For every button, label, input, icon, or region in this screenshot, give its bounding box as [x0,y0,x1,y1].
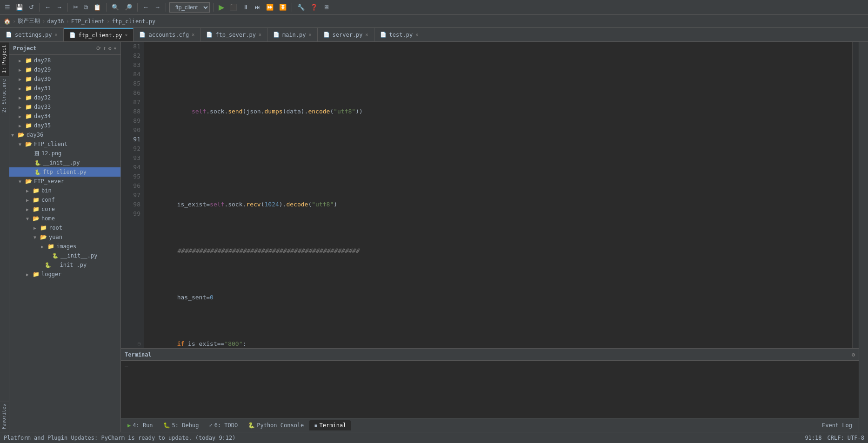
tab-accounts[interactable]: 📄 accounts.cfg × [134,28,200,41]
tree-item-ftp-client-py[interactable]: 🐍 ftp_client.py [9,167,120,177]
tree-item-images[interactable]: ▶ 📁 images [9,242,120,251]
tree-item-day29[interactable]: ▶ 📁 day29 [9,65,120,74]
breadcrumb-root[interactable]: 🏠 [4,18,11,25]
tree-item-day34[interactable]: ▶ 📁 day34 [9,112,120,121]
tree-item-conf[interactable]: ▶ 📁 conf [9,195,120,205]
run-button[interactable]: ▶ [217,2,226,13]
debug-run-button[interactable]: ⬛ [228,3,239,12]
tree-item-logger[interactable]: ▶ 📁 logger [9,270,120,279]
tab-ftp-client-close[interactable]: × [125,33,127,38]
test-tab-icon: 📄 [380,32,387,38]
help-button[interactable]: ❓ [308,3,320,12]
tree-item-ftp-sever-folder[interactable]: ▼ 📂 FTP_sever [9,177,120,186]
run-config-dropdown[interactable]: ftp_client [169,2,210,13]
tree-arrow-logger: ▶ [26,272,33,277]
tree-item-ftp-client-folder[interactable]: ▼ 📂 FTP_client [9,139,120,149]
tab-ftp-sever[interactable]: 📄 ftp_sever.py × [200,28,267,41]
tab-ftp-client-label: ftp_client.py [79,32,122,39]
tab-ftp-sever-close[interactable]: × [259,32,261,37]
coverage-button[interactable]: ⏸ [241,3,251,12]
folder-icon-day29: 📁 [25,66,32,73]
bottom-tab-run[interactable]: ▶ 4: Run [123,420,158,430]
tab-server-close[interactable]: × [366,32,368,37]
tree-item-day31[interactable]: ▶ 📁 day31 [9,84,120,93]
separator-6 [213,3,214,12]
sidebar-actions: ⟳ ⬆ ⚙ ▾ [96,45,117,52]
code-area[interactable]: 81 82 83 84 85 86 87 88 89 90 91 92 93 9… [121,42,859,348]
fold-86[interactable]: ⊟ [138,339,140,348]
terminal-settings-btn[interactable]: ⚙ [852,351,855,358]
tree-item-day32[interactable]: ▶ 📁 day32 [9,93,120,102]
editor-scrollbar[interactable] [852,42,859,348]
tree-item-init2[interactable]: 🐍 __init__.py [9,251,120,260]
paste-button[interactable]: 📋 [92,3,103,12]
tree-item-day33[interactable]: ▶ 📁 day33 [9,102,120,112]
tree-label-bin: bin [41,187,52,194]
tab-settings[interactable]: 📄 settings.py × [0,28,64,41]
copy-button[interactable]: ⧉ [82,3,90,12]
refresh-button[interactable]: ↺ [27,3,36,12]
sidebar-sync-btn[interactable]: ⟳ [96,45,101,52]
project-panel-tab[interactable]: 1: Project [0,42,9,76]
tab-server[interactable]: 📄 server.py × [318,28,374,41]
code-content[interactable]: self.sock.send(json.dumps(data).encode("… [144,42,852,348]
forward-button[interactable]: → [54,3,64,12]
status-encoding[interactable]: CRLF: UTF-8 [828,435,864,441]
bottom-tab-todo[interactable]: ✓ 6: TODO [204,420,242,430]
replace-button[interactable]: 🔎 [123,3,134,12]
tree-item-day30[interactable]: ▶ 📁 day30 [9,74,120,84]
tab-main-close[interactable]: × [309,32,312,37]
bottom-tab-python-console[interactable]: 🐍 Python Console [243,420,308,430]
bottom-tab-event-log[interactable]: Event Log [817,420,857,430]
breadcrumb-level2[interactable]: day36 [47,18,64,25]
tree-item-bin[interactable]: ▶ 📁 bin [9,186,120,195]
sidebar-settings-btn[interactable]: ⚙ [108,45,112,52]
back-button[interactable]: ← [43,3,53,12]
breadcrumb-level3[interactable]: FTP_client [71,18,105,25]
breadcrumb-level1[interactable]: 脱产三期 [18,17,40,25]
tree-item-root[interactable]: ▶ 📁 root [9,223,120,232]
tree-arrow-images: ▶ [41,244,47,249]
cut-button[interactable]: ✂ [71,3,80,12]
find-button[interactable]: 🔍 [110,3,121,12]
profile-button[interactable]: ⏭ [253,3,262,12]
bottom-tab-debug[interactable]: 🐛 5: Debug [159,420,204,430]
terminal-content[interactable]: ─ [121,361,859,418]
stop-button[interactable]: ⏬ [277,3,288,12]
tab-test-close[interactable]: × [415,32,418,37]
tree-item-day28[interactable]: ▶ 📁 day28 [9,56,120,65]
tree-item-12png[interactable]: 🖼 12.png [9,149,120,158]
tab-accounts-close[interactable]: × [192,32,194,37]
sidebar-collapse-btn[interactable]: ⬆ [103,45,106,52]
tab-ftp-client[interactable]: 📄 ftp_client.py × [64,28,134,41]
breadcrumb-level4[interactable]: ftp_client.py [112,18,155,25]
tree-item-home[interactable]: ▼ 📂 home [9,214,120,223]
tree-item-core[interactable]: ▶ 📁 core [9,205,120,214]
tree-label-images: images [56,243,76,250]
structure-panel-tab[interactable]: 2: Structure [0,76,9,115]
tab-test[interactable]: 📄 test.py × [374,28,425,41]
tree-item-yuan[interactable]: ▼ 📂 yuan [9,232,120,242]
concurrency-button[interactable]: ⏩ [264,3,275,12]
favorites-panel-tab[interactable]: Favorites [0,401,9,432]
tree-item-init1[interactable]: 🐍 __init__.py [9,158,120,167]
tree-item-init3[interactable]: 🐍 __init_.py [9,260,120,270]
menu-button[interactable]: ☰ [3,3,12,12]
settings-button[interactable]: 🔧 [295,3,307,12]
bottom-tab-terminal[interactable]: ▪ Terminal [309,420,351,430]
tab-settings-close[interactable]: × [54,32,57,37]
fold-81[interactable] [138,107,140,116]
nav-forward-button[interactable]: → [153,3,162,12]
status-position[interactable]: 91:18 [805,435,821,441]
tree-item-day35[interactable]: ▶ 📁 day35 [9,121,120,130]
main-content: 1: Project 2: Structure Favorites Projec… [0,42,868,432]
sdk-button[interactable]: 🖥 [321,3,331,12]
tree-item-day36[interactable]: ▼ 📂 day36 [9,130,120,139]
sidebar-gear-btn[interactable]: ▾ [114,45,117,52]
code-editor[interactable]: 81 82 83 84 85 86 87 88 89 90 91 92 93 9… [121,42,859,432]
tab-main[interactable]: 📄 main.py × [267,28,318,41]
tree-arrow-day32: ▶ [19,95,25,100]
project-tree: ▶ 📁 day28 ▶ 📁 day29 ▶ 📁 day30 [9,55,120,432]
nav-back-button[interactable]: ← [141,3,151,12]
save-button[interactable]: 💾 [14,3,25,12]
